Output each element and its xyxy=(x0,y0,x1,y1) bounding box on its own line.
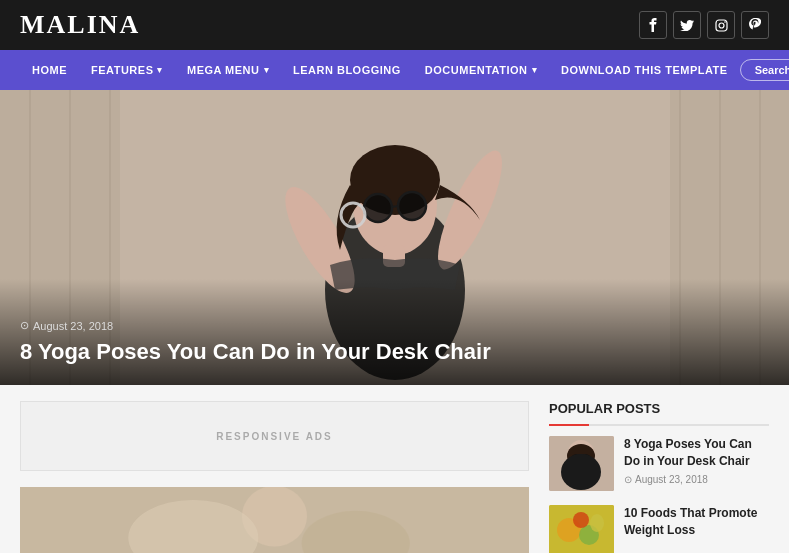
instagram-icon[interactable] xyxy=(707,11,735,39)
facebook-icon[interactable] xyxy=(639,11,667,39)
chevron-down-icon: ▾ xyxy=(264,65,270,75)
nav-download-template[interactable]: DOWNLOAD THIS TEMPLATE xyxy=(549,50,740,90)
twitter-icon[interactable] xyxy=(673,11,701,39)
nav-items: HOME FEATURES ▾ MEGA MENU ▾ LEARN BLOGGI… xyxy=(20,50,740,90)
chevron-down-icon: ▾ xyxy=(157,65,163,75)
hero-section[interactable]: ⊙ August 23, 2018 8 Yoga Poses You Can D… xyxy=(0,90,789,385)
popular-post-thumbnail xyxy=(549,505,614,553)
right-column: POPULAR POSTS 8 Yoga Poses You Can Do in… xyxy=(549,401,769,553)
popular-post-item[interactable]: 8 Yoga Poses You Can Do in Your Desk Cha… xyxy=(549,436,769,491)
svg-point-35 xyxy=(573,512,589,528)
nav-home[interactable]: HOME xyxy=(20,50,79,90)
svg-point-2 xyxy=(724,21,726,23)
popular-post-thumbnail xyxy=(549,436,614,491)
ads-banner: RESPONSIVE ADS xyxy=(20,401,529,471)
nav-mega-menu[interactable]: MEGA MENU ▾ xyxy=(175,50,281,90)
popular-posts-title: POPULAR POSTS xyxy=(549,401,769,426)
ads-label: RESPONSIVE ADS xyxy=(216,431,333,442)
site-logo[interactable]: MALINA xyxy=(20,10,140,40)
svg-line-19 xyxy=(392,206,398,207)
content-area: RESPONSIVE ADS POPULAR POSTS xyxy=(0,385,789,553)
popular-post-title: 10 Foods That Promote Weight Loss xyxy=(624,505,769,539)
popular-post-title: 8 Yoga Poses You Can Do in Your Desk Cha… xyxy=(624,436,769,470)
navigation: HOME FEATURES ▾ MEGA MENU ▾ LEARN BLOGGI… xyxy=(0,50,789,90)
hero-date: ⊙ August 23, 2018 xyxy=(20,319,769,332)
hero-title[interactable]: 8 Yoga Poses You Can Do in Your Desk Cha… xyxy=(20,338,769,367)
main-content: ⊙ August 23, 2018 8 Yoga Poses You Can D… xyxy=(0,90,789,553)
clock-icon: ⊙ xyxy=(624,474,632,485)
search-button[interactable]: Search xyxy=(740,59,789,81)
clock-icon: ⊙ xyxy=(20,319,29,332)
svg-point-31 xyxy=(561,454,601,490)
popular-post-date: ⊙ August 23, 2018 xyxy=(624,474,769,485)
nav-documentation[interactable]: DOCUMENTATION ▾ xyxy=(413,50,549,90)
hero-overlay: ⊙ August 23, 2018 8 Yoga Poses You Can D… xyxy=(0,279,789,385)
svg-point-17 xyxy=(364,194,392,222)
left-column: RESPONSIVE ADS xyxy=(20,401,529,553)
nav-features[interactable]: FEATURES ▾ xyxy=(79,50,175,90)
nav-learn-blogging[interactable]: LEARN BLOGGING xyxy=(281,50,413,90)
svg-point-36 xyxy=(590,514,604,532)
svg-point-18 xyxy=(398,192,426,220)
social-icons-group xyxy=(639,11,769,39)
popular-post-item[interactable]: 10 Foods That Promote Weight Loss xyxy=(549,505,769,553)
chevron-down-icon: ▾ xyxy=(532,65,538,75)
svg-point-1 xyxy=(719,23,724,28)
header: MALINA xyxy=(0,0,789,50)
popular-post-info: 8 Yoga Poses You Can Do in Your Desk Cha… xyxy=(624,436,769,485)
popular-post-info: 10 Foods That Promote Weight Loss xyxy=(624,505,769,543)
pinterest-icon[interactable] xyxy=(741,11,769,39)
second-post-preview[interactable] xyxy=(20,487,529,553)
